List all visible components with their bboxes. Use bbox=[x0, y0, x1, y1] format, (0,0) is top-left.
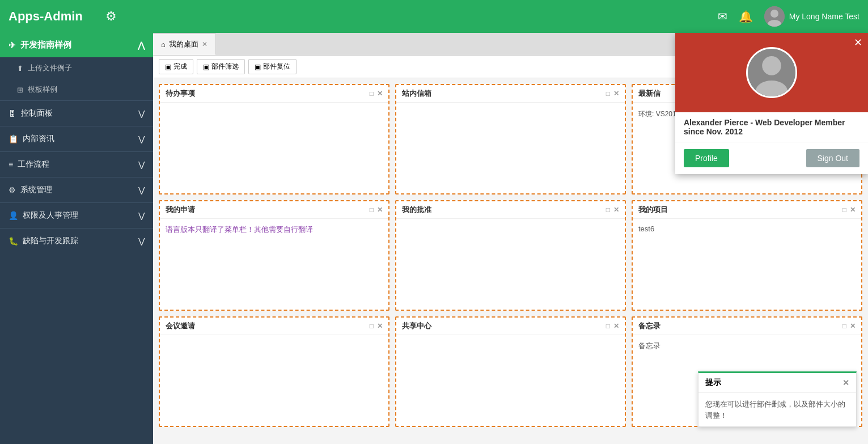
header-right: ✉ 🔔 My Long Name Test bbox=[718, 6, 859, 27]
widget-share-minimize[interactable]: □ bbox=[606, 322, 610, 330]
widget-minimize-icon[interactable]: □ bbox=[370, 90, 374, 98]
widget-inbox-header: 站内信箱 □ ✕ bbox=[396, 85, 625, 103]
toolbar-filter-btn[interactable]: ▣ 部件筛选 bbox=[197, 59, 245, 74]
widget-inbox-close[interactable]: ✕ bbox=[613, 90, 619, 98]
widget-close-icon[interactable]: ✕ bbox=[377, 90, 383, 98]
widget-approve-close[interactable]: ✕ bbox=[613, 206, 619, 214]
sidebar-item-template-label: 模板样例 bbox=[28, 84, 57, 95]
complete-icon: ▣ bbox=[165, 63, 171, 71]
widget-meeting-close[interactable]: ✕ bbox=[377, 322, 383, 330]
expand-icon-news: ⋁ bbox=[138, 134, 145, 143]
sidebar-item-workflow[interactable]: ≡ 工作流程 ⋁ bbox=[0, 151, 153, 177]
widget-inbox-title: 站内信箱 bbox=[402, 88, 431, 99]
toolbar-reset-btn[interactable]: ▣ 部件复位 bbox=[248, 59, 297, 74]
widget-meeting-controls: □ ✕ bbox=[370, 322, 383, 330]
sidebar-item-dashboard-label: 控制面板 bbox=[21, 108, 53, 119]
sidebar-item-workflow-label: 工作流程 bbox=[18, 159, 49, 170]
user-popup-actions: Profile Sign Out bbox=[675, 142, 868, 174]
avatar bbox=[764, 6, 785, 27]
sidebar-top-section[interactable]: ✈ 开发指南样例 ⋀ bbox=[0, 33, 153, 57]
widget-inbox-minimize[interactable]: □ bbox=[606, 90, 610, 98]
widget-inbox: 站内信箱 □ ✕ bbox=[395, 84, 626, 194]
sidebar-item-sysadmin[interactable]: ⚙ 系统管理 ⋁ bbox=[0, 177, 153, 202]
settings-icon[interactable]: ⚙ bbox=[105, 9, 117, 24]
sidebar-item-hr[interactable]: 👤 权限及人事管理 ⋁ bbox=[0, 202, 153, 228]
sidebar-item-news[interactable]: 📋 内部资讯 ⋁ bbox=[0, 126, 153, 151]
svg-point-1 bbox=[770, 10, 778, 18]
user-popup-avatar bbox=[746, 47, 797, 98]
template-icon: ⊞ bbox=[17, 86, 23, 94]
expand-icon-workflow: ⋁ bbox=[138, 160, 145, 169]
widget-project-header: 我的项目 □ ✕ bbox=[633, 201, 861, 219]
widget-project-minimize[interactable]: □ bbox=[842, 206, 846, 214]
widget-memo-minimize[interactable]: □ bbox=[842, 322, 846, 330]
tab-close-icon[interactable]: ✕ bbox=[202, 40, 208, 48]
user-menu[interactable]: My Long Name Test bbox=[764, 6, 859, 27]
signout-button[interactable]: Sign Out bbox=[806, 149, 859, 167]
app-logo: Apps-Admin bbox=[9, 9, 83, 24]
widget-approve: 我的批准 □ ✕ bbox=[395, 200, 626, 311]
hr-icon: 👤 bbox=[9, 211, 18, 220]
widget-meeting-minimize[interactable]: □ bbox=[370, 322, 374, 330]
expand-icon-hr: ⋁ bbox=[138, 211, 145, 220]
widget-project: 我的项目 □ ✕ test6 bbox=[632, 200, 862, 311]
tab-label: 我的桌面 bbox=[169, 39, 198, 49]
news-icon: 📋 bbox=[9, 134, 18, 143]
sidebar-item-bug[interactable]: 🐛 缺陷与开发跟踪 ⋁ bbox=[0, 228, 153, 253]
widget-share-title: 共享中心 bbox=[402, 321, 431, 331]
widget-approve-header: 我的批准 □ ✕ bbox=[396, 201, 625, 219]
user-popup-close-icon[interactable]: ✕ bbox=[854, 36, 862, 49]
widget-todo-controls: □ ✕ bbox=[370, 90, 383, 98]
reset-icon: ▣ bbox=[255, 63, 261, 71]
widget-latest-title: 最新信 bbox=[638, 88, 660, 99]
widget-approve-minimize[interactable]: □ bbox=[606, 206, 610, 214]
widget-project-close[interactable]: ✕ bbox=[850, 206, 856, 214]
user-popup-banner: ✕ bbox=[675, 33, 868, 112]
widget-apply-close[interactable]: ✕ bbox=[377, 206, 383, 214]
sidebar-item-template[interactable]: ⊞ 模板样例 bbox=[0, 79, 153, 100]
widget-memo-close[interactable]: ✕ bbox=[850, 322, 856, 330]
sidebar-item-dashboard[interactable]: 🎛 控制面板 ⋁ bbox=[0, 100, 153, 126]
widget-apply-header: 我的申请 □ ✕ bbox=[160, 201, 388, 219]
tip-close-icon[interactable]: ✕ bbox=[842, 378, 849, 387]
widget-approve-controls: □ ✕ bbox=[606, 206, 619, 214]
sidebar-top-label: 开发指南样例 bbox=[20, 40, 71, 50]
widget-share-close[interactable]: ✕ bbox=[613, 322, 619, 330]
widget-inbox-body bbox=[396, 103, 625, 193]
tip-header: 提示 ✕ bbox=[698, 373, 856, 393]
bell-button[interactable]: 🔔 bbox=[739, 10, 753, 23]
widget-apply-minimize[interactable]: □ bbox=[370, 206, 374, 214]
username-label: My Long Name Test bbox=[789, 12, 859, 21]
expand-icon-bug: ⋁ bbox=[138, 236, 145, 246]
sidebar-item-hr-label: 权限及人事管理 bbox=[23, 210, 78, 221]
filter-icon: ▣ bbox=[203, 63, 209, 71]
sidebar-item-upload-label: 上传文件例子 bbox=[28, 63, 72, 73]
expand-icon: ⋁ bbox=[138, 109, 145, 118]
svg-point-4 bbox=[762, 56, 781, 75]
expand-icon-sysadmin: ⋁ bbox=[138, 185, 145, 194]
user-popup: ✕ Alexander Pierce - Web Developer Membe… bbox=[675, 33, 868, 174]
widget-apply: 我的申请 □ ✕ 语言版本只翻译了菜单栏！其他需要自行翻译 bbox=[159, 200, 389, 311]
widget-share-body bbox=[396, 335, 625, 426]
tip-body: 您现在可以进行部件删减，以及部件大小的调整！ bbox=[698, 393, 856, 426]
widget-project-body: test6 bbox=[633, 219, 861, 310]
translation-note-link[interactable]: 语言版本只翻译了菜单栏！其他需要自行翻译 bbox=[166, 225, 313, 234]
mail-button[interactable]: ✉ bbox=[718, 10, 727, 23]
widget-apply-controls: □ ✕ bbox=[370, 206, 383, 214]
user-popup-info: Alexander Pierce - Web Developer Member … bbox=[675, 112, 868, 142]
header: Apps-Admin ⚙ ✉ 🔔 My Long Name Test bbox=[0, 0, 868, 33]
tip-popup: 提示 ✕ 您现在可以进行部件删减，以及部件大小的调整！ bbox=[698, 371, 857, 427]
tab-my-desktop[interactable]: ⌂ 我的桌面 ✕ bbox=[153, 33, 216, 55]
sysadmin-icon: ⚙ bbox=[9, 185, 16, 194]
bug-icon: 🐛 bbox=[9, 236, 18, 246]
workflow-icon: ≡ bbox=[9, 160, 13, 169]
toolbar-complete-btn[interactable]: ▣ 完成 bbox=[159, 59, 193, 74]
profile-button[interactable]: Profile bbox=[684, 149, 729, 167]
widget-meeting: 会议邀请 □ ✕ bbox=[159, 316, 389, 427]
widget-inbox-controls: □ ✕ bbox=[606, 90, 619, 98]
widget-share-controls: □ ✕ bbox=[606, 322, 619, 330]
sidebar-item-upload[interactable]: ⬆ 上传文件例子 bbox=[0, 57, 153, 79]
widget-share: 共享中心 □ ✕ bbox=[395, 316, 626, 427]
widget-todo-title: 待办事项 bbox=[166, 88, 195, 99]
upload-icon: ⬆ bbox=[17, 64, 23, 73]
